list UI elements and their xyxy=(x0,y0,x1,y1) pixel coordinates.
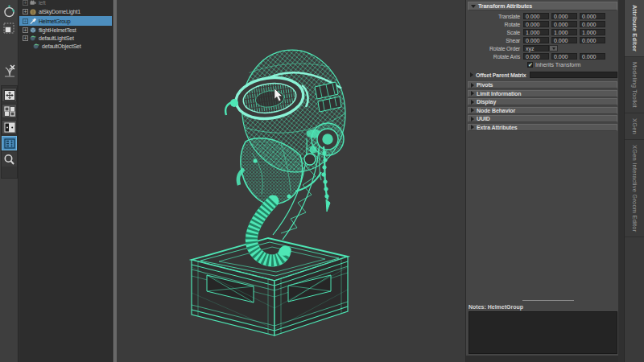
outliner-item-label: flightHelmetTest xyxy=(39,27,76,33)
scale-label: Scale xyxy=(466,30,523,35)
rotate-axis-row: Rotate Axis 0.000 0.000 0.000 xyxy=(466,53,624,60)
scale-tool-icon[interactable] xyxy=(2,21,17,36)
shear-x-field[interactable]: 0.000 xyxy=(523,37,549,43)
section-uuid[interactable]: UUID xyxy=(468,115,617,122)
asset-node-icon xyxy=(30,27,36,34)
scale-row: Scale 1.000 1.000 1.000 xyxy=(466,29,624,35)
inherits-transform-label: Inherits Transform xyxy=(535,62,580,68)
four-pane-layout-button[interactable] xyxy=(2,104,17,118)
outliner-item-label: aiSkyDomeLight1 xyxy=(39,9,80,14)
object-set-icon xyxy=(33,43,39,50)
section-limit-information[interactable]: Limit Information xyxy=(468,90,617,97)
translate-y-field[interactable]: 0.000 xyxy=(551,13,577,19)
notes-bottom-strip xyxy=(466,356,625,362)
expand-arrow-icon xyxy=(471,108,474,113)
inherits-transform-row: ✔ Inherits Transform xyxy=(466,61,624,68)
object-set-icon xyxy=(30,35,36,42)
outliner-persp-layout-button[interactable] xyxy=(2,136,17,150)
expand-icon[interactable]: + xyxy=(23,27,28,33)
section-label: Pivots xyxy=(477,82,493,88)
panel-right-gutter xyxy=(618,0,624,362)
rotate-axis-label: Rotate Axis xyxy=(466,54,523,60)
section-label: Limit Information xyxy=(477,91,521,97)
shear-z-field[interactable]: 0.000 xyxy=(580,37,605,43)
rotate-y-field[interactable]: 0.000 xyxy=(551,21,577,27)
collapse-arrow-icon xyxy=(471,5,476,8)
expand-arrow-icon xyxy=(471,125,474,130)
rotate-axis-x-field[interactable]: 0.000 xyxy=(523,53,549,60)
expand-icon[interactable]: + xyxy=(23,35,28,41)
rotate-axis-y-field[interactable]: 0.000 xyxy=(551,53,577,60)
rotate-x-field[interactable]: 0.000 xyxy=(523,21,549,27)
attribute-editor-panel: Transform Attributes Translate 0.000 0.0… xyxy=(465,0,624,362)
rotate-order-select[interactable]: xyz xyxy=(523,45,549,51)
inherits-transform-checkbox[interactable]: ✔ xyxy=(527,62,533,68)
expand-arrow-icon xyxy=(471,91,474,96)
translate-row: Translate 0.000 0.000 0.000 xyxy=(466,13,624,19)
offset-parent-matrix-field[interactable] xyxy=(530,72,617,78)
rotate-order-dropdown-button[interactable] xyxy=(549,45,558,51)
indent-spacer xyxy=(23,43,28,49)
outliner-item-skydomelight[interactable]: + aiSkyDomeLight1 xyxy=(19,7,112,16)
expand-arrow-icon xyxy=(471,83,474,88)
section-transform-attributes[interactable]: Transform Attributes xyxy=(468,2,617,10)
scale-x-field[interactable]: 1.000 xyxy=(523,29,549,35)
tab-attribute-editor[interactable]: Attribute Editor xyxy=(625,0,644,57)
section-label: Transform Attributes xyxy=(478,3,532,9)
scale-z-field[interactable]: 1.000 xyxy=(580,29,605,35)
zoom-tool-icon[interactable] xyxy=(2,152,17,167)
expand-icon[interactable]: + xyxy=(23,0,28,6)
outliner-item-defaultobjectset[interactable]: defaultObjectSet xyxy=(19,42,112,51)
notes-resize-handle[interactable] xyxy=(522,300,574,301)
quick-layout-buttons xyxy=(1,85,18,179)
section-pivots[interactable]: Pivots xyxy=(468,81,617,88)
section-label: Extra Attributes xyxy=(477,125,518,130)
rotate-order-label: Rotate Order xyxy=(466,46,523,51)
tab-modeling-toolkit[interactable]: Modeling Toolkit xyxy=(625,57,644,113)
helmet-wireframe-model xyxy=(117,0,465,362)
two-pane-layout-button[interactable] xyxy=(2,120,17,134)
rotate-row: Rotate 0.000 0.000 0.000 xyxy=(466,21,624,27)
translate-label: Translate xyxy=(466,14,523,19)
expand-arrow-icon xyxy=(470,72,473,77)
rotate-axis-z-field[interactable]: 0.000 xyxy=(580,53,605,60)
rotate-tool-icon[interactable] xyxy=(2,4,17,19)
outliner-item-label: defaultLightSet xyxy=(39,35,74,41)
notes-area: Notes: HelmetGroup xyxy=(466,299,625,362)
notes-input[interactable] xyxy=(469,311,617,354)
translate-z-field[interactable]: 0.000 xyxy=(580,13,605,19)
shear-y-field[interactable]: 0.000 xyxy=(551,37,577,43)
transform-group-icon xyxy=(30,18,36,24)
rotate-z-field[interactable]: 0.000 xyxy=(580,21,605,27)
section-label: Display xyxy=(477,99,496,105)
rotate-label: Rotate xyxy=(466,22,523,27)
expand-icon[interactable]: + xyxy=(23,19,28,24)
section-label: Offset Parent Matrix xyxy=(476,72,526,78)
expand-arrow-icon xyxy=(471,117,474,121)
maya-window: + left + aiSkyDomeLight1 + HelmetGroup + xyxy=(0,0,644,362)
translate-x-field[interactable]: 0.000 xyxy=(523,13,549,19)
expand-icon[interactable]: + xyxy=(23,9,28,14)
section-node-behavior[interactable]: Node Behavior xyxy=(468,107,617,114)
shear-label: Shear xyxy=(466,38,523,43)
notes-label: Notes: HelmetGroup xyxy=(469,304,523,310)
outliner-panel: + left + aiSkyDomeLight1 + HelmetGroup + xyxy=(19,0,112,362)
shear-row: Shear 0.000 0.000 0.000 xyxy=(466,37,624,43)
tab-xgen[interactable]: XGen xyxy=(625,113,644,140)
outliner-item-label: HelmetGroup xyxy=(39,19,70,24)
side-tab-strip: Attribute Editor Modeling Toolkit XGen X… xyxy=(624,0,644,362)
outliner-item-helmetgroup[interactable]: + HelmetGroup xyxy=(19,16,112,26)
tab-xgen-interactive-groom-editor[interactable]: XGen Interactive Groom Editor xyxy=(625,140,644,237)
camera-icon xyxy=(30,0,36,6)
outliner-item-left-camera[interactable]: + left xyxy=(19,0,112,7)
single-pane-layout-button[interactable] xyxy=(2,88,17,102)
section-offset-parent-matrix[interactable]: Offset Parent Matrix xyxy=(468,71,617,79)
skydome-light-icon xyxy=(30,9,36,15)
chevron-down-icon xyxy=(552,47,555,50)
section-display[interactable]: Display xyxy=(468,98,617,105)
scale-y-field[interactable]: 1.000 xyxy=(551,29,577,35)
paint-effects-tool-icon[interactable] xyxy=(2,63,17,78)
viewport[interactable] xyxy=(117,0,465,362)
outliner-item-label: left xyxy=(39,0,46,6)
section-extra-attributes[interactable]: Extra Attributes xyxy=(468,124,617,131)
